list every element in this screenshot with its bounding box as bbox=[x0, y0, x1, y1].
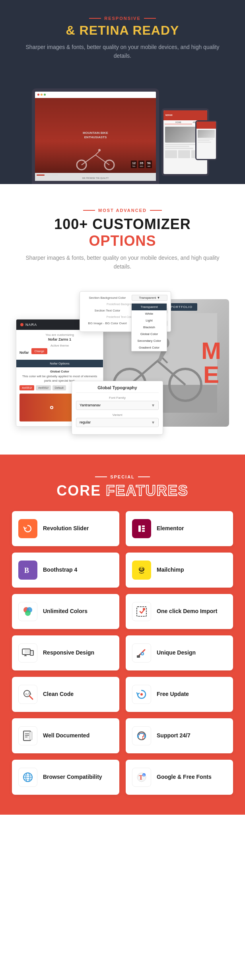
bootstrap-title: Boothstrap 4 bbox=[43, 566, 77, 573]
section-bg-panel: Section Background Color Transparent ▼ T… bbox=[80, 291, 171, 332]
update-title: Free Update bbox=[157, 690, 189, 698]
feature-card-elementor: Elementor bbox=[126, 511, 233, 546]
svg-point-37 bbox=[143, 608, 145, 610]
svg-line-49 bbox=[29, 696, 33, 699]
svg-point-58 bbox=[142, 738, 144, 739]
hero-title: & RETINA READY bbox=[24, 23, 221, 38]
svg-line-3 bbox=[95, 155, 109, 165]
svg-rect-53 bbox=[29, 732, 32, 740]
features-grid: Revolution Slider Elementor B bbox=[12, 511, 233, 795]
dropdown-item-white[interactable]: White bbox=[132, 310, 167, 317]
feature-card-demo: One click Demo Import bbox=[126, 594, 233, 629]
svg-point-47 bbox=[141, 653, 144, 655]
demo-icon bbox=[132, 602, 151, 621]
svg-point-30 bbox=[140, 568, 141, 569]
dropdown-item-global[interactable]: Global Color bbox=[132, 331, 167, 337]
svg-rect-24 bbox=[142, 530, 145, 532]
bike-overlay-text: ME bbox=[201, 339, 221, 387]
demo-title: One click Demo Import bbox=[157, 608, 217, 615]
mailchimp-title: Mailchimp bbox=[157, 566, 184, 573]
phone-mockup bbox=[195, 120, 217, 160]
panel-section-title: Nofar Options bbox=[16, 360, 103, 367]
dropdown-item-secondary[interactable]: Secondary Color bbox=[132, 337, 167, 344]
svg-text:</>: </> bbox=[25, 692, 32, 696]
typography-panel: Global Typography Font Family Yantramana… bbox=[72, 381, 163, 435]
feature-card-clean: </> Clean Code bbox=[12, 677, 119, 712]
support-icon bbox=[132, 726, 151, 745]
feature-card-responsive: Responsive Design bbox=[12, 635, 119, 670]
feature-card-revolution: Revolution Slider bbox=[12, 511, 119, 546]
feature-card-documented: Well Documented bbox=[12, 718, 119, 753]
variant-select[interactable]: regular ▼ bbox=[76, 418, 159, 427]
svg-line-5 bbox=[95, 151, 99, 155]
font-family-select[interactable]: Yantramanav ▼ bbox=[76, 401, 159, 410]
font-family-label: Font Family bbox=[76, 396, 159, 400]
dropdown-item-transparent[interactable]: Transparent bbox=[132, 304, 167, 310]
customizer-section: MOST ADVANCED 100+ CUSTOMIZER OPTIONS Sh… bbox=[0, 184, 245, 455]
svg-rect-19 bbox=[21, 522, 34, 535]
revolution-icon bbox=[18, 519, 37, 538]
select-color-button[interactable]: #e4551f bbox=[19, 385, 34, 390]
svg-rect-21 bbox=[138, 525, 141, 532]
responsive-title: Responsive Design bbox=[43, 649, 94, 656]
svg-rect-20 bbox=[135, 522, 148, 535]
dropdown-item-blackish[interactable]: Blackish bbox=[132, 324, 167, 331]
clean-icon: </> bbox=[18, 685, 37, 704]
revolution-title: Revolution Slider bbox=[43, 525, 89, 532]
svg-rect-22 bbox=[142, 525, 145, 527]
bootstrap-icon: B bbox=[18, 561, 37, 580]
features-sub-label: SPECIAL bbox=[12, 474, 233, 479]
features-title: CORE FEATURES bbox=[12, 482, 233, 499]
svg-rect-39 bbox=[25, 650, 29, 653]
svg-point-51 bbox=[140, 693, 143, 696]
svg-point-6 bbox=[98, 149, 101, 151]
feature-card-update: Free Update bbox=[126, 677, 233, 712]
device-mockup: MOUNTAIN BIKEENTHUSIASTS bbox=[24, 73, 221, 184]
colors-title: Unlimited Colors bbox=[43, 608, 88, 615]
fonts-icon: T G bbox=[132, 768, 151, 787]
feature-card-unique: Unique Design bbox=[126, 635, 233, 670]
feature-card-browser: Browser Compatibility bbox=[12, 760, 119, 795]
svg-text:G: G bbox=[143, 774, 145, 776]
svg-point-32 bbox=[143, 569, 144, 570]
svg-point-31 bbox=[142, 568, 143, 569]
clean-title: Clean Code bbox=[43, 690, 74, 698]
dropdown-item-gradient[interactable]: Gradient Color bbox=[132, 344, 167, 351]
customizer-title: 100+ CUSTOMIZER OPTIONS bbox=[24, 216, 221, 249]
svg-rect-46 bbox=[137, 655, 140, 658]
elementor-icon bbox=[132, 519, 151, 538]
hero-description: Sharper images & fonts, better quality o… bbox=[24, 43, 221, 61]
hash-color-button[interactable]: #e4551f bbox=[36, 385, 51, 390]
mailchimp-icon bbox=[132, 561, 151, 580]
variant-label: Variant bbox=[76, 413, 159, 417]
unique-title: Unique Design bbox=[157, 649, 196, 656]
customizer-preview: ME PORTFOLIO Section Background Color Tr… bbox=[16, 287, 229, 439]
feature-card-support: Support 24/7 bbox=[126, 718, 233, 753]
change-button[interactable]: Change bbox=[31, 348, 48, 354]
svg-point-35 bbox=[25, 610, 31, 616]
update-icon bbox=[132, 685, 151, 704]
customizer-description: Sharper images & fonts, better quality o… bbox=[24, 253, 221, 271]
default-color-button[interactable]: Default bbox=[52, 385, 66, 390]
feature-card-mailchimp: Mailchimp bbox=[126, 553, 233, 588]
svg-rect-41 bbox=[31, 651, 33, 654]
features-section: SPECIAL CORE FEATURES Revolution Slider bbox=[0, 455, 245, 815]
support-title: Support 24/7 bbox=[157, 732, 191, 739]
svg-rect-60 bbox=[144, 735, 146, 738]
feature-card-bootstrap: B Boothstrap 4 bbox=[12, 553, 119, 588]
documented-title: Well Documented bbox=[43, 732, 89, 739]
browser-icon bbox=[18, 768, 37, 787]
fonts-title: Google & Free Fonts bbox=[157, 773, 212, 780]
dropdown-item-light[interactable]: Light bbox=[132, 317, 167, 324]
documented-icon bbox=[18, 726, 37, 745]
browser-title: Browser Compatibility bbox=[43, 773, 102, 780]
svg-text:B: B bbox=[24, 566, 29, 574]
feature-card-fonts: T G Google & Free Fonts bbox=[126, 760, 233, 795]
svg-line-4 bbox=[82, 155, 95, 165]
svg-rect-59 bbox=[137, 735, 139, 738]
elementor-title: Elementor bbox=[157, 525, 184, 532]
colors-icon bbox=[18, 602, 37, 621]
color-dropdown[interactable]: Transparent White Light Blackish Global … bbox=[131, 303, 167, 351]
laptop-mockup: MOUNTAIN BIKEENTHUSIASTS bbox=[32, 88, 159, 184]
hero-section: RESPONSIVE & RETINA READY Sharper images… bbox=[0, 0, 245, 184]
